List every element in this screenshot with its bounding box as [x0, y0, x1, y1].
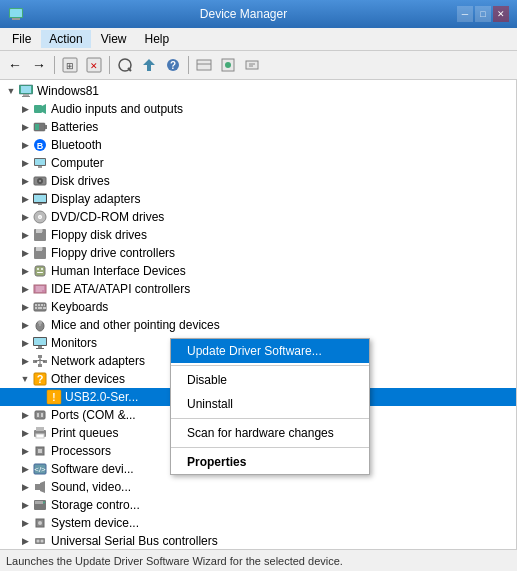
expand-mice[interactable] — [18, 318, 32, 332]
toolbar-properties[interactable]: ⊞ — [59, 54, 81, 76]
expand-network[interactable] — [18, 354, 32, 368]
tree-item-computer[interactable]: Computer — [0, 154, 516, 172]
svg-text:?: ? — [170, 60, 176, 71]
tree-item-dvd[interactable]: DVD/CD-ROM drives — [0, 208, 516, 226]
svg-rect-44 — [36, 247, 42, 251]
svg-rect-42 — [42, 229, 43, 232]
expand-diskdrives[interactable] — [18, 174, 32, 188]
tree-item-batteries[interactable]: Batteries — [0, 118, 516, 136]
svg-point-47 — [37, 268, 39, 270]
ctx-properties[interactable]: Properties — [171, 450, 369, 474]
audio-label: Audio inputs and outputs — [51, 102, 183, 116]
tree-item-system[interactable]: System device... — [0, 514, 516, 532]
close-button[interactable]: ✕ — [493, 6, 509, 22]
ctx-update-driver[interactable]: Update Driver Software... — [171, 339, 369, 363]
svg-rect-20 — [22, 96, 30, 97]
toolbar-more2[interactable] — [217, 54, 239, 76]
expand-bluetooth[interactable] — [18, 138, 32, 152]
expand-computer[interactable] — [18, 156, 32, 170]
expand-floppy[interactable] — [18, 228, 32, 242]
tree-item-floppyctrl[interactable]: Floppy drive controllers — [0, 244, 516, 262]
tree-item-mice[interactable]: Mice and other pointing devices — [0, 316, 516, 334]
expand-display[interactable] — [18, 192, 32, 206]
svg-text:</>: </> — [34, 465, 46, 474]
usb-icon — [32, 533, 48, 549]
tree-item-hid[interactable]: Human Interface Devices — [0, 262, 516, 280]
expand-system[interactable] — [18, 516, 32, 530]
tree-item-diskdrives[interactable]: Disk drives — [0, 172, 516, 190]
ctx-sep2 — [171, 418, 369, 419]
tree-item-root[interactable]: Windows81 — [0, 82, 516, 100]
expand-hid[interactable] — [18, 264, 32, 278]
proc-icon — [32, 443, 48, 459]
ports-label: Ports (COM &... — [51, 408, 136, 422]
toolbar-more3[interactable] — [241, 54, 263, 76]
tree-item-storage[interactable]: Storage contro... — [0, 496, 516, 514]
expand-proc[interactable] — [18, 444, 32, 458]
tree-item-bluetooth[interactable]: B Bluetooth — [0, 136, 516, 154]
svg-rect-68 — [36, 348, 44, 349]
expand-ports[interactable] — [18, 408, 32, 422]
tree-item-display[interactable]: Display adapters — [0, 190, 516, 208]
expand-printq[interactable] — [18, 426, 32, 440]
ctx-uninstall[interactable]: Uninstall — [171, 392, 369, 416]
tree-item-floppy[interactable]: Floppy disk drives — [0, 226, 516, 244]
svg-rect-25 — [35, 124, 39, 130]
toolbar-scan[interactable] — [114, 54, 136, 76]
svg-marker-92 — [40, 481, 45, 493]
expand-usb[interactable] — [18, 534, 32, 548]
svg-point-99 — [37, 540, 40, 543]
hid-label: Human Interface Devices — [51, 264, 186, 278]
status-bar: Launches the Update Driver Software Wiza… — [0, 549, 517, 571]
maximize-button[interactable]: □ — [475, 6, 491, 22]
svg-rect-24 — [45, 125, 47, 129]
expand-root[interactable] — [4, 84, 18, 98]
svg-text:B: B — [37, 141, 44, 151]
toolbar-help[interactable]: ? — [162, 54, 184, 76]
expand-other[interactable] — [18, 372, 32, 386]
expand-ide[interactable] — [18, 282, 32, 296]
monitors-label: Monitors — [51, 336, 97, 350]
tree-item-ide[interactable]: IDE ATA/ATAPI controllers — [0, 280, 516, 298]
printer-icon — [32, 425, 48, 441]
menu-file[interactable]: File — [4, 30, 39, 48]
usb-label: Universal Serial Bus controllers — [51, 534, 218, 548]
tree-item-audio[interactable]: Audio inputs and outputs — [0, 100, 516, 118]
expand-monitors[interactable] — [18, 336, 32, 350]
toolbar-uninstall[interactable]: ✕ — [83, 54, 105, 76]
expand-softdev[interactable] — [18, 462, 32, 476]
menu-bar: File Action View Help — [0, 28, 517, 51]
svg-rect-2 — [10, 9, 22, 17]
svg-rect-55 — [35, 304, 37, 306]
tree-item-keyboards[interactable]: Keyboards — [0, 298, 516, 316]
menu-help[interactable]: Help — [137, 30, 178, 48]
svg-rect-18 — [21, 86, 31, 93]
toolbar-back[interactable]: ← — [4, 54, 26, 76]
proc-label: Processors — [51, 444, 111, 458]
menu-view[interactable]: View — [93, 30, 135, 48]
tree-item-sound[interactable]: Sound, video... — [0, 478, 516, 496]
toolbar-update[interactable] — [138, 54, 160, 76]
expand-storage[interactable] — [18, 498, 32, 512]
mice-icon — [32, 317, 48, 333]
sound-icon — [32, 479, 48, 495]
svg-rect-1 — [12, 18, 20, 20]
expand-batteries[interactable] — [18, 120, 32, 134]
expand-keyboards[interactable] — [18, 300, 32, 314]
other-label: Other devices — [51, 372, 125, 386]
expand-dvd[interactable] — [18, 210, 32, 224]
computer-label: Computer — [51, 156, 104, 170]
svg-rect-94 — [35, 501, 43, 504]
expand-floppyctrl[interactable] — [18, 246, 32, 260]
minimize-button[interactable]: ─ — [457, 6, 473, 22]
bluetooth-label: Bluetooth — [51, 138, 102, 152]
menu-action[interactable]: Action — [41, 30, 90, 48]
toolbar-more1[interactable] — [193, 54, 215, 76]
ctx-disable[interactable]: Disable — [171, 368, 369, 392]
toolbar: ← → ⊞ ✕ ? — [0, 51, 517, 80]
ctx-scan-hardware[interactable]: Scan for hardware changes — [171, 421, 369, 445]
toolbar-forward[interactable]: → — [28, 54, 50, 76]
expand-audio[interactable] — [18, 102, 32, 116]
tree-item-usb[interactable]: Universal Serial Bus controllers — [0, 532, 516, 549]
expand-sound[interactable] — [18, 480, 32, 494]
